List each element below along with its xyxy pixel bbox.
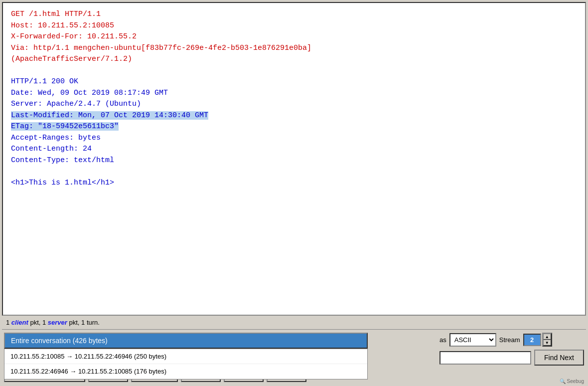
stream-box: ▲ ▼ (523, 333, 552, 347)
seebug-logo: 🔍 Seebug (560, 379, 584, 384)
dropdown-list: 10.211.55.2:10085 → 10.211.55.22:46946 (… (4, 349, 368, 380)
client-text: client (11, 319, 28, 326)
stream-spinners: ▲ ▼ (542, 333, 552, 347)
dropdown-item-1[interactable]: 10.211.55.2:10085 → 10.211.55.22:46946 (… (4, 349, 367, 364)
http-request: GET /1.html HTTP/1.1 Host: 10.211.55.2:1… (11, 9, 577, 65)
response-line-4: Last-Modified: Mon, 07 Oct 2019 14:30:40… (11, 110, 577, 122)
request-line-3: X-Forwarded-For: 10.211.55.2 (11, 31, 577, 43)
http-response: HTTP/1.1 200 OK Date: Wed, 09 Oct 2019 0… (11, 76, 577, 166)
find-next-button[interactable]: Find Next (534, 350, 584, 366)
stream-down-button[interactable]: ▼ (543, 340, 551, 346)
show-as-label: as (440, 336, 446, 344)
conversation-dropdown[interactable]: Entire conversation (426 bytes) (4, 333, 368, 349)
response-line-8: Content-Type: text/html (11, 155, 577, 167)
format-select[interactable]: ASCII Hex Dump EBCDIC Hex (449, 333, 496, 347)
response-line-6: Accept-Ranges: bytes (11, 133, 577, 144)
search-input[interactable] (440, 351, 531, 365)
response-line-5-text: ETag: "18-59452e5611bc3" (11, 122, 119, 131)
response-line-2: Date: Wed, 09 Oct 2019 08:17:49 GMT (11, 88, 577, 99)
stream-input[interactable] (523, 334, 541, 346)
status-bar: 1 client pkt, 1 server pkt, 1 turn. (2, 316, 586, 329)
stream-label: Stream (499, 336, 520, 344)
bottom-panel: Entire conversation (426 bytes) 10.211.5… (2, 329, 586, 384)
response-line-1: HTTP/1.1 200 OK (11, 76, 577, 88)
request-line-1: GET /1.html HTTP/1.1 (11, 9, 577, 20)
response-line-3: Server: Apache/2.4.7 (Ubuntu) (11, 99, 577, 110)
request-line-2: Host: 10.211.55.2:10085 (11, 20, 577, 32)
stream-up-button[interactable]: ▲ (543, 334, 551, 340)
response-line-4-text: Last-Modified: Mon, 07 Oct 2019 14:30:40… (11, 111, 208, 120)
body-line-1: <h1>This is 1.html</h1> (11, 178, 577, 189)
request-line-5: (ApacheTrafficServer/7.1.2) (11, 54, 577, 65)
server-text: server (48, 319, 67, 326)
request-line-4: Via: http/1.1 mengchen-ubuntu[f83b77fc-2… (11, 43, 577, 54)
dropdown-item-2[interactable]: 10.211.55.22:46946 → 10.211.55.2:10085 (… (4, 364, 367, 379)
content-area: GET /1.html HTTP/1.1 Host: 10.211.55.2:1… (2, 2, 586, 316)
http-body: <h1>This is 1.html</h1> (11, 178, 577, 189)
main-container: GET /1.html HTTP/1.1 Host: 10.211.55.2:1… (0, 0, 588, 386)
conversation-dropdown-area: Entire conversation (426 bytes) 10.211.5… (4, 333, 368, 349)
response-line-5: ETag: "18-59452e5611bc3" (11, 121, 577, 133)
response-line-7: Content-Length: 24 (11, 144, 577, 155)
